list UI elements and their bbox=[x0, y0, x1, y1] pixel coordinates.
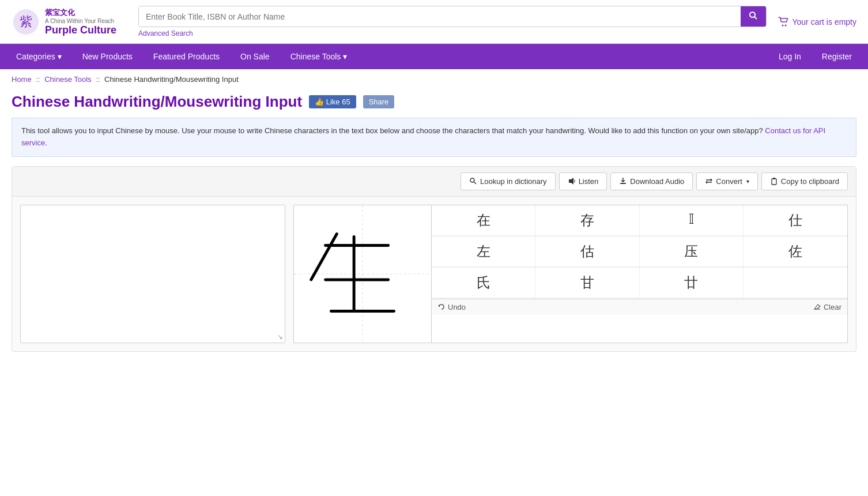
speaker-icon bbox=[568, 177, 576, 185]
nav-item-chinese-tools[interactable]: Chinese Tools ▾ bbox=[280, 44, 358, 69]
clipboard-icon bbox=[770, 177, 778, 185]
lookup-dictionary-button[interactable]: Lookup in dictionary bbox=[461, 172, 556, 190]
undo-icon bbox=[437, 303, 446, 311]
logo-icon: 紫 bbox=[12, 7, 40, 36]
char-cell-4[interactable]: 左 bbox=[432, 236, 535, 267]
search-input[interactable] bbox=[139, 6, 741, 27]
drawing-canvas[interactable]: ↘ bbox=[20, 205, 285, 343]
logo-area: 紫 紫宝文化 A China Within Your Reach Purple … bbox=[12, 7, 127, 36]
char-cell-9[interactable]: 甘 bbox=[535, 268, 639, 298]
svg-rect-11 bbox=[773, 178, 775, 179]
logo-english-text: Purple Culture bbox=[45, 24, 116, 36]
svg-line-7 bbox=[474, 182, 476, 185]
handwriting-svg bbox=[294, 205, 431, 343]
share-button[interactable]: Share bbox=[363, 95, 395, 108]
search-icon-lookup bbox=[469, 177, 477, 185]
svg-point-4 bbox=[782, 24, 784, 26]
cart-label: Your cart is empty bbox=[792, 17, 856, 27]
svg-text:紫: 紫 bbox=[20, 14, 32, 29]
svg-line-15 bbox=[311, 234, 337, 279]
char-cell-11 bbox=[744, 268, 847, 298]
chevron-down-icon-tools: ▾ bbox=[343, 52, 347, 61]
char-suggestions: 在 存 𝕀 仕 左 估 压 佐 氏 甘 廿 bbox=[432, 205, 848, 343]
breadcrumb: Home :: Chinese Tools :: Chinese Handwri… bbox=[0, 69, 868, 89]
svg-rect-10 bbox=[772, 179, 776, 185]
char-grid-row3: 氏 甘 廿 bbox=[432, 268, 847, 299]
char-panel: 在 存 𝕀 仕 左 估 压 佐 氏 甘 廿 bbox=[293, 205, 848, 343]
nav-item-on-sale[interactable]: On Sale bbox=[230, 44, 280, 69]
drawn-char-display bbox=[293, 205, 432, 343]
nav-item-login[interactable]: Log In bbox=[768, 44, 812, 69]
cart-area[interactable]: Your cart is empty bbox=[778, 17, 856, 27]
svg-rect-9 bbox=[620, 183, 626, 184]
breadcrumb-chinese-tools[interactable]: Chinese Tools bbox=[44, 75, 91, 84]
char-cell-8[interactable]: 氏 bbox=[432, 268, 535, 298]
nav-item-new-products[interactable]: New Products bbox=[72, 44, 143, 69]
char-cell-5[interactable]: 估 bbox=[535, 236, 639, 267]
svg-point-5 bbox=[785, 24, 787, 26]
nav: Categories ▾ New Products Featured Produ… bbox=[0, 44, 868, 69]
resize-handle[interactable]: ↘ bbox=[277, 333, 283, 341]
svg-point-2 bbox=[750, 12, 755, 17]
drawing-section: ↘ bbox=[12, 197, 856, 351]
logo-chinese-text: 紫宝文化 bbox=[45, 7, 116, 18]
char-cell-0[interactable]: 在 bbox=[432, 205, 535, 236]
logo-text-area: 紫宝文化 A China Within Your Reach Purple Cu… bbox=[45, 7, 116, 36]
chevron-down-icon: ▾ bbox=[58, 52, 62, 61]
undo-button[interactable]: Undo bbox=[437, 303, 466, 311]
search-area: Advanced Search bbox=[138, 6, 767, 37]
nav-item-register[interactable]: Register bbox=[812, 44, 862, 69]
convert-button[interactable]: Convert ▾ bbox=[696, 172, 758, 190]
page-title-area: Chinese Handwriting/Mousewriting Input 👍… bbox=[0, 89, 868, 118]
breadcrumb-sep2: :: bbox=[96, 75, 100, 84]
char-cell-10[interactable]: 廿 bbox=[640, 268, 744, 298]
convert-dropdown-arrow: ▾ bbox=[746, 178, 749, 185]
nav-item-featured-products[interactable]: Featured Products bbox=[143, 44, 230, 69]
breadcrumb-current: Chinese Handwriting/Mousewriting Input bbox=[104, 75, 239, 84]
search-icon bbox=[749, 11, 758, 20]
advanced-search-link[interactable]: Advanced Search bbox=[138, 29, 767, 37]
search-button[interactable] bbox=[741, 6, 766, 27]
char-cell-3[interactable]: 仕 bbox=[744, 205, 847, 236]
page-title: Chinese Handwriting/Mousewriting Input bbox=[12, 93, 302, 111]
info-text: This tool allows you to input Chinese by… bbox=[21, 126, 763, 135]
like-button[interactable]: 👍 Like 65 bbox=[309, 95, 356, 108]
char-grid-row2: 左 估 压 佐 bbox=[432, 236, 847, 268]
nav-right: Log In Register bbox=[768, 44, 862, 69]
char-cell-2[interactable]: 𝕀 bbox=[640, 205, 744, 236]
logo-tagline-text: A China Within Your Reach bbox=[45, 18, 116, 24]
download-icon bbox=[619, 177, 627, 185]
tool-area: Lookup in dictionary Listen Download Aud… bbox=[12, 166, 856, 352]
char-actions: Undo Clear bbox=[432, 299, 847, 315]
search-bar bbox=[138, 6, 767, 27]
copy-to-clipboard-button[interactable]: Copy to clipboard bbox=[761, 172, 848, 190]
clear-button[interactable]: Clear bbox=[813, 303, 841, 311]
eraser-icon bbox=[813, 303, 821, 311]
char-cell-1[interactable]: 存 bbox=[535, 205, 639, 236]
char-grid-row1: 在 存 𝕀 仕 bbox=[432, 205, 847, 236]
char-cell-7[interactable]: 佐 bbox=[744, 236, 847, 267]
breadcrumb-home[interactable]: Home bbox=[12, 75, 32, 84]
nav-item-categories[interactable]: Categories ▾ bbox=[6, 44, 72, 69]
header: 紫 紫宝文化 A China Within Your Reach Purple … bbox=[0, 0, 868, 44]
cart-icon bbox=[778, 17, 788, 27]
listen-button[interactable]: Listen bbox=[559, 172, 607, 190]
breadcrumb-sep1: :: bbox=[36, 75, 40, 84]
svg-point-6 bbox=[470, 178, 474, 182]
svg-marker-8 bbox=[569, 178, 573, 185]
convert-icon bbox=[705, 177, 713, 185]
tool-toolbar: Lookup in dictionary Listen Download Aud… bbox=[12, 167, 856, 197]
info-box: This tool allows you to input Chinese by… bbox=[12, 118, 856, 157]
download-audio-button[interactable]: Download Audio bbox=[610, 172, 693, 190]
svg-line-3 bbox=[754, 17, 757, 19]
char-cell-6[interactable]: 压 bbox=[640, 236, 744, 267]
